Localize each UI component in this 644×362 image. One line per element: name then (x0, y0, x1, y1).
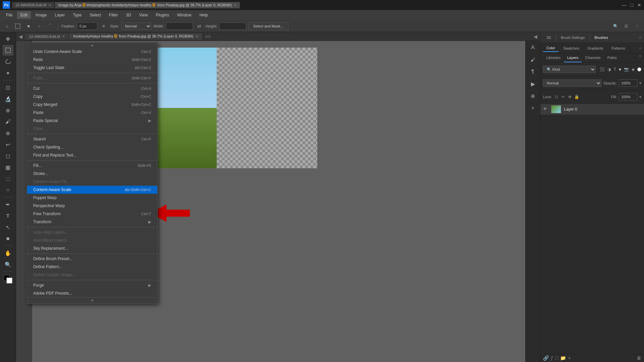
foreground-color[interactable] (4, 275, 12, 284)
pen-tool[interactable]: ✒ (3, 199, 13, 210)
magic-wand-tool[interactable]: ✦ (3, 68, 13, 78)
crop-tool[interactable]: ⊡ (3, 82, 13, 93)
maximize-btn[interactable]: □ (631, 2, 633, 8)
layers-panel-expand[interactable]: ≡ (639, 54, 641, 62)
menu-item-find-replace[interactable]: Find and Replace Text... (27, 151, 157, 159)
eyedropper-tool[interactable]: 🔬 (3, 94, 13, 104)
marquee-tool[interactable] (3, 45, 13, 56)
height-input[interactable] (219, 22, 246, 30)
menu-item-puppet-warp[interactable]: Puppet Warp (27, 194, 157, 202)
menu-item-copy[interactable]: Copy Ctrl+C (27, 93, 157, 101)
menu-item-check-spelling[interactable]: Check Spelling... (27, 143, 157, 151)
layer-item-0[interactable]: 👁 Layer 0 (540, 104, 644, 115)
hand-tool[interactable]: ✋ (3, 248, 13, 258)
color-tab-color[interactable]: Color (543, 45, 558, 52)
home-btn[interactable]: ⌂ (3, 22, 11, 31)
panel-expand-arrow[interactable]: ≡ (639, 35, 641, 40)
art-para-tool[interactable]: ¶ (528, 66, 538, 77)
lock-artboard-icon[interactable]: ✥ (567, 94, 573, 100)
canvas-tab-1-close[interactable]: ✕ (62, 35, 65, 38)
gradient-tool[interactable]: ▦ (3, 162, 13, 173)
menu-type[interactable]: Type (69, 11, 85, 19)
new-group-btn[interactable]: 📁 (560, 355, 566, 361)
menu-filter[interactable]: Filter (106, 11, 121, 19)
filter-toggle[interactable] (637, 67, 641, 71)
effect-filter-icon[interactable]: ◈ (631, 66, 635, 72)
smart-filter-icon[interactable]: 📷 (623, 66, 630, 72)
menu-item-content-aware-scale[interactable]: Content-Aware Scale Alt+Shift+Ctrl+C (27, 186, 157, 194)
blend-mode-select[interactable]: Normal Multiply Screen (543, 79, 601, 87)
menu-scroll-down[interactable]: ▼ (27, 297, 157, 303)
menu-item-search[interactable]: Search Ctrl+F (27, 135, 157, 143)
swap-btn[interactable]: ⇄ (195, 22, 204, 31)
adjustment-filter-icon[interactable]: ◑ (607, 66, 611, 72)
screen-mode-btn[interactable]: ⊡ (622, 22, 631, 31)
fill-arrow[interactable]: ▾ (639, 95, 641, 99)
opacity-input[interactable] (619, 79, 637, 87)
lock-position-icon[interactable]: ✏ (560, 94, 566, 100)
tab-channels[interactable]: Channels (582, 54, 604, 62)
menu-item-pdf-presets[interactable]: Adobe PDF Presets... (27, 289, 157, 297)
share-btn[interactable]: ↑ (633, 22, 641, 31)
tab-3d[interactable]: 3D (543, 34, 554, 41)
art-extra-btn[interactable]: ⊕ (528, 90, 538, 101)
art-text-tool[interactable]: A (528, 42, 538, 53)
link-layers-btn[interactable]: 🔗 (543, 355, 549, 361)
menu-3d[interactable]: 3D (122, 11, 134, 19)
menu-item-paste[interactable]: Paste Ctrl+V (27, 109, 157, 117)
canvas-tab-1[interactable]: 22-WA0000-Edit.tif ✕ (25, 34, 69, 40)
add-style-btn[interactable]: ƒ (551, 355, 553, 361)
dodge-tool[interactable]: ○ (3, 185, 13, 195)
close-btn[interactable]: ✕ (637, 2, 641, 8)
color-tab-swatches[interactable]: Swatches (560, 45, 583, 52)
fill-input[interactable] (619, 93, 637, 101)
move-tool[interactable]: ✥ (3, 34, 13, 44)
search-btn[interactable]: 🔍 (611, 22, 620, 31)
menu-edit[interactable]: Edit (17, 11, 31, 19)
add-mask-btn[interactable]: □ (555, 355, 558, 361)
art-play-btn[interactable]: ▶ (528, 78, 538, 89)
art-style-btn[interactable]: A (528, 103, 538, 113)
title-tab-2[interactable]: Image by Anja🌻#helpinghands #solidarity#… (55, 2, 240, 8)
title-tab-1-close[interactable]: ✕ (48, 3, 51, 7)
menu-item-toggle-last[interactable]: Toggle Last State Alt+Ctrl+Z (27, 64, 157, 72)
lock-all-icon[interactable]: 🔒 (574, 94, 579, 100)
lasso-btn[interactable]: ⌒ (46, 22, 54, 31)
antialiasing-btn[interactable]: ⊕ (99, 22, 108, 31)
art-brush-tool2[interactable]: 🖌 (528, 54, 538, 65)
history-brush-tool[interactable]: ↩ (3, 139, 13, 150)
collapse-right-btn[interactable]: ◀ (531, 34, 540, 39)
menu-item-free-transform[interactable]: Free Transform Ctrl+T (27, 210, 157, 218)
eraser-tool[interactable]: ◻ (3, 150, 13, 161)
tab-libraries[interactable]: Libraries (543, 54, 564, 62)
path-select-tool[interactable]: ↖ (3, 222, 13, 233)
menu-window[interactable]: Window (174, 11, 195, 19)
canvas-tab-2[interactable]: #solidarity#stays healthy🌻 from Pixabay.… (69, 33, 203, 40)
title-tab-2-close[interactable]: ✕ (234, 3, 236, 7)
tab-brush-settings[interactable]: Brush Settings (557, 34, 588, 41)
menu-item-purge[interactable]: Purge ▶ (27, 281, 157, 289)
delete-layer-btn[interactable]: 🗑 (637, 355, 641, 361)
canvas-tab-2-close[interactable]: ✕ (196, 35, 198, 38)
menu-item-copy-merged[interactable]: Copy Merged Shift+Ctrl+C (27, 101, 157, 109)
menu-select[interactable]: Select (86, 11, 104, 19)
feather-input[interactable] (77, 22, 97, 30)
brush-tool[interactable]: 🖌 (3, 116, 13, 127)
minimize-btn[interactable]: — (622, 2, 627, 8)
expand-tabs-btn[interactable]: >> (203, 34, 213, 39)
color-tab-gradients[interactable]: Gradients (584, 45, 607, 52)
shape-tool[interactable]: ■ (3, 233, 13, 244)
menu-item-define-pattern[interactable]: Define Pattern... (27, 263, 157, 271)
blur-tool[interactable]: ◌ (3, 173, 13, 184)
healing-tool[interactable]: ⊕ (3, 105, 13, 116)
menu-item-perspective-warp[interactable]: Perspective Warp (27, 202, 157, 210)
pixel-filter-icon[interactable]: ⬛ (599, 66, 605, 72)
tab-layers[interactable]: Layers (564, 54, 582, 62)
selection-tool-btn[interactable] (13, 22, 22, 31)
ellipse-btn[interactable]: ○ (35, 22, 44, 31)
shape-filter-icon[interactable]: ■ (618, 66, 622, 72)
menu-item-stroke[interactable]: Stroke... (27, 170, 157, 178)
color-tab-patterns[interactable]: Patterns (608, 45, 629, 52)
menu-item-undo[interactable]: Undo Content-Aware Scale Ctrl+Z (27, 48, 157, 56)
menu-file[interactable]: File (3, 11, 16, 19)
